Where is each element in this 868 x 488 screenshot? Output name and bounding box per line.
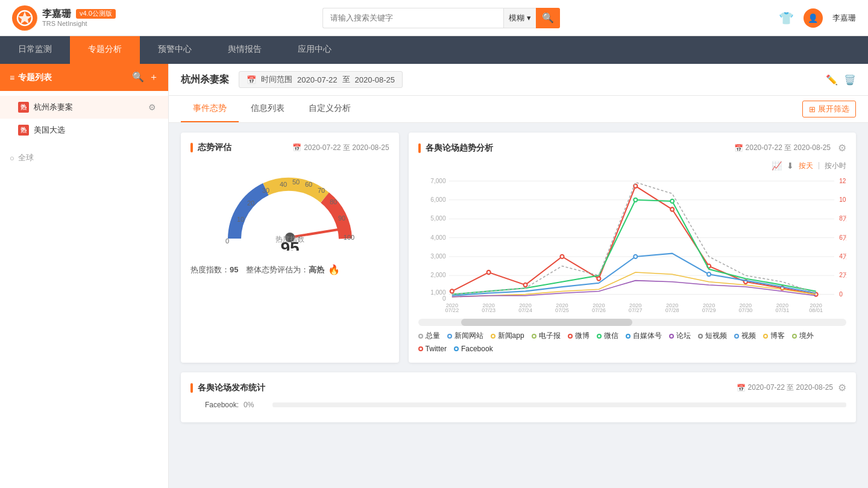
sidebar-item-usa[interactable]: 热 美国大选 [0, 119, 168, 142]
header: 李嘉珊 v4.0公测版 TRS NetInsight 模糊 ▾ 🔍 👕 👤 李嘉… [0, 0, 868, 36]
legend-news-site: 新闻网站 [447, 331, 483, 341]
logo-subtitle: TRS NetInsight [42, 20, 116, 28]
tab-custom[interactable]: 自定义分析 [297, 96, 363, 122]
sidebar-global[interactable]: ○ 全球 [0, 146, 168, 169]
svg-text:07/27: 07/27 [628, 307, 642, 313]
line-chart: 7,000 6,000 5,000 4,000 3,000 2,000 1,00… [418, 175, 846, 313]
calendar-icon2: 📅 [292, 143, 301, 152]
gauge-footer-text: 热度指数：95 整体态势评估为：高热 [190, 264, 324, 275]
svg-text:4万: 4万 [839, 253, 846, 260]
svg-text:08/01: 08/01 [809, 307, 823, 313]
username: 李嘉珊 [832, 13, 856, 23]
svg-point-63 [486, 271, 490, 274]
chart-download-icon[interactable]: ⬇ [787, 161, 794, 171]
chart-scroll-thumb[interactable] [461, 319, 632, 326]
svg-text:0: 0 [839, 291, 843, 298]
svg-text:07/26: 07/26 [592, 307, 606, 313]
svg-text:3,000: 3,000 [430, 253, 446, 260]
nav-bar: 日常监测 专题分析 预警中心 舆情报告 应用中心 [0, 36, 868, 64]
nav-item-topic[interactable]: 专题分析 [70, 36, 140, 64]
svg-text:4,000: 4,000 [430, 234, 446, 241]
nav-item-daily[interactable]: 日常监测 [0, 36, 70, 64]
stats-panel: 各舆论场发布统计 📅 2020-07-22 至 2020-08-25 ⚙ Fac… [181, 372, 856, 422]
view-by-hour[interactable]: 按小时 [825, 161, 846, 171]
legend-video: 视频 [734, 331, 756, 341]
bottom-panels: 各舆论场发布统计 📅 2020-07-22 至 2020-08-25 ⚙ Fac… [169, 372, 868, 432]
legend-wechat: 微信 [597, 331, 618, 341]
filter-button[interactable]: ⊞ 展开筛选 [802, 101, 856, 117]
gauge-footer: 热度指数：95 整体态势评估为：高热 🔥 [190, 264, 389, 275]
svg-point-64 [523, 283, 527, 287]
chart-body: 7,000 6,000 5,000 4,000 3,000 2,000 1,00… [418, 175, 846, 315]
svg-text:60: 60 [305, 181, 312, 188]
svg-text:6,000: 6,000 [430, 196, 446, 203]
nav-item-alert[interactable]: 预警中心 [140, 36, 210, 64]
chart-controls: 📈 ⬇ 按天 | 按小时 [418, 161, 846, 171]
circle-icon: ○ [10, 154, 14, 163]
stats-settings-icon[interactable]: ⚙ [838, 382, 846, 393]
bar-track-facebook [272, 402, 846, 407]
tabs: 事件态势 信息列表 自定义分析 ⊞ 展开筛选 [169, 96, 868, 123]
stats-title: 各舆论场发布统计 [190, 383, 265, 393]
svg-point-74 [670, 199, 674, 203]
chart-scrollbar[interactable] [418, 319, 846, 326]
svg-text:8万: 8万 [839, 215, 846, 222]
svg-text:0: 0 [225, 237, 229, 245]
tab-situation[interactable]: 事件态势 [181, 96, 239, 122]
chart-download2-icon[interactable]: 📈 [772, 161, 782, 171]
svg-text:7,000: 7,000 [430, 177, 446, 184]
svg-text:30: 30 [262, 187, 269, 194]
svg-text:0: 0 [442, 295, 446, 302]
svg-text:6万: 6万 [839, 234, 846, 241]
svg-text:热度指数: 热度指数 [275, 235, 304, 243]
svg-text:12万: 12万 [839, 177, 846, 184]
item-icon-red: 热 [18, 102, 29, 113]
search-button[interactable]: 🔍 [536, 8, 560, 28]
logo-text: 李嘉珊 v4.0公测版 TRS NetInsight [42, 8, 116, 27]
avatar[interactable]: 👤 [804, 8, 823, 28]
legend-weibo: 微博 [568, 331, 590, 341]
legend-shortvideo: 短视频 [698, 331, 727, 341]
chart-legend: 总量 新闻网站 新闻app 电子报 [418, 331, 846, 353]
search-area: 模糊 ▾ 🔍 [322, 8, 560, 28]
edit-icon[interactable]: ✏️ [826, 74, 838, 86]
svg-point-76 [707, 272, 711, 276]
chevron-down-icon: ▾ [527, 13, 531, 22]
svg-text:07/28: 07/28 [665, 307, 679, 313]
legend-overseas: 境外 [792, 331, 814, 341]
view-by-day[interactable]: 按天 [799, 161, 813, 171]
trend-title: 各舆论场趋势分析 [418, 143, 493, 154]
main: ≡ 专题列表 🔍 ＋ 热 杭州杀妻案 ⚙ 热 美国大选 [0, 64, 868, 488]
search-type-select[interactable]: 模糊 ▾ [503, 8, 536, 28]
item-icon-red2: 热 [18, 125, 29, 136]
time-range[interactable]: 📅 时间范围 2020-07-22 至 2020-08-25 [239, 71, 403, 88]
content-area: 杭州杀妻案 📅 时间范围 2020-07-22 至 2020-08-25 ✏️ … [169, 64, 868, 488]
gear-icon[interactable]: ⚙ [148, 102, 156, 112]
version-badge: v4.0公测版 [76, 9, 116, 18]
delete-icon[interactable]: 🗑️ [844, 74, 856, 86]
trend-panel-header: 各舆论场趋势分析 📅 2020-07-22 至 2020-08-25 ⚙ [418, 142, 846, 154]
trend-settings-icon[interactable]: ⚙ [838, 142, 846, 154]
sidebar-list: 热 杭州杀妻案 ⚙ 热 美国大选 [0, 91, 168, 146]
notification-icon[interactable]: 👕 [779, 11, 794, 25]
logo-name: 李嘉珊 [42, 8, 71, 19]
search-icon[interactable]: 🔍 [132, 71, 144, 84]
stats-date: 📅 2020-07-22 至 2020-08-25 [737, 383, 833, 393]
calendar-icon4: 📅 [737, 384, 746, 392]
nav-item-apps[interactable]: 应用中心 [280, 36, 350, 64]
sidebar-header: ≡ 专题列表 🔍 ＋ [0, 64, 168, 91]
gauge-date: 📅 2020-07-22 至 2020-08-25 [292, 143, 389, 153]
svg-point-73 [634, 198, 637, 202]
time-range-label: 时间范围 [261, 74, 292, 85]
search-input[interactable] [322, 8, 503, 28]
tab-info[interactable]: 信息列表 [239, 96, 297, 122]
bar-row-facebook: Facebook: 0% [190, 401, 846, 409]
sidebar: ≡ 专题列表 🔍 ＋ 热 杭州杀妻案 ⚙ 热 美国大选 [0, 64, 169, 488]
nav-item-report[interactable]: 舆情报告 [210, 36, 280, 64]
svg-point-66 [597, 277, 600, 280]
svg-text:80: 80 [330, 198, 337, 205]
add-icon[interactable]: ＋ [149, 71, 159, 84]
sidebar-item-hangzhou[interactable]: 热 杭州杀妻案 ⚙ [0, 96, 168, 119]
legend-forum: 论坛 [669, 331, 691, 341]
gauge-svg: 0 10 20 30 40 50 60 70 80 90 100 [218, 166, 362, 251]
